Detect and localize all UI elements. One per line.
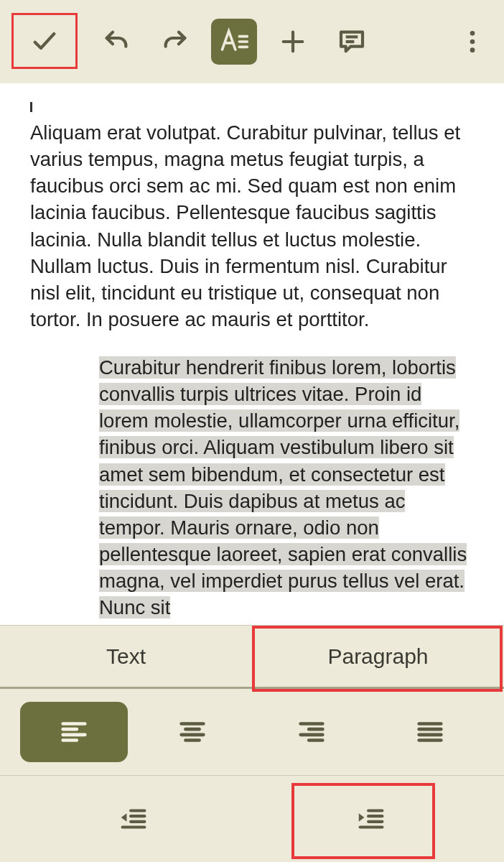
plus-icon: [279, 27, 307, 56]
paragraph-1[interactable]: Aliquam erat volutpat. Curabitur pulvina…: [30, 119, 474, 333]
align-left-icon: [57, 715, 90, 749]
confirm-button[interactable]: [11, 13, 78, 69]
text-cursor: [30, 102, 32, 112]
indent-increase-button[interactable]: [271, 789, 472, 849]
more-vertical-icon: [458, 27, 487, 56]
comment-icon: [337, 27, 366, 56]
undo-button[interactable]: [93, 19, 139, 65]
text-format-icon: [218, 26, 250, 57]
check-icon: [30, 27, 59, 55]
tab-text[interactable]: Text: [0, 626, 252, 687]
indent-increase-icon: [355, 802, 388, 835]
svg-point-9: [470, 47, 475, 52]
selected-text[interactable]: Curabitur hendrerit finibus lorem, lobor…: [99, 356, 467, 618]
text-format-button[interactable]: [211, 19, 257, 65]
add-button[interactable]: [270, 19, 316, 65]
svg-point-7: [470, 31, 475, 36]
tab-paragraph[interactable]: Paragraph: [252, 626, 504, 687]
redo-button[interactable]: [152, 19, 198, 65]
indent-decrease-button[interactable]: [33, 789, 234, 849]
align-justify-icon: [414, 715, 447, 749]
align-justify-button[interactable]: [376, 702, 484, 762]
document-body[interactable]: Aliquam erat volutpat. Curabitur pulvina…: [0, 83, 504, 625]
comment-button[interactable]: [329, 19, 375, 65]
more-button[interactable]: [449, 19, 495, 65]
svg-point-8: [470, 40, 475, 45]
svg-marker-35: [358, 813, 364, 822]
alignment-row: [0, 689, 504, 775]
align-center-button[interactable]: [139, 702, 246, 762]
redo-icon: [161, 27, 190, 56]
align-center-icon: [176, 715, 209, 749]
align-right-button[interactable]: [258, 702, 365, 762]
align-right-icon: [295, 715, 328, 749]
indent-decrease-icon: [117, 802, 150, 835]
svg-marker-30: [121, 813, 126, 822]
undo-icon: [102, 27, 131, 56]
paragraph-2-selected[interactable]: Curabitur hendrerit finibus lorem, lobor…: [99, 354, 474, 621]
indent-row: [0, 775, 504, 862]
editor-toolbar: [0, 0, 504, 83]
format-panel: Text Paragraph: [0, 625, 504, 862]
align-left-button[interactable]: [20, 702, 128, 762]
